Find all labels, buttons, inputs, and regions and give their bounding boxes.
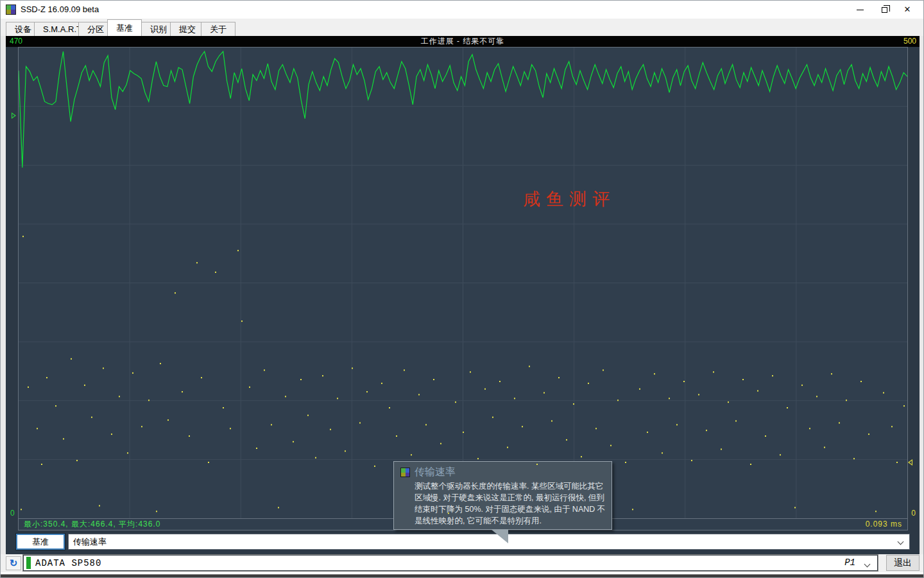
device-name: ADATA SP580 bbox=[35, 558, 101, 568]
benchmark-controls-row: 基准 传输速率 bbox=[6, 532, 920, 554]
tooltip-title: 传输速率 bbox=[415, 466, 456, 479]
chart-header: 470 工作进展 - 结果不可靠 500 bbox=[6, 36, 920, 47]
test-type-select[interactable]: 传输速率 bbox=[68, 534, 910, 550]
left-axis-zero-label: 0 bbox=[10, 509, 15, 518]
tab-benchmark[interactable]: 基准 bbox=[107, 19, 142, 36]
chevron-down-icon bbox=[898, 539, 904, 545]
tab-submit[interactable]: 提交 bbox=[170, 22, 205, 36]
restore-icon bbox=[882, 7, 887, 13]
left-axis-marker-icon bbox=[12, 112, 16, 119]
watermark-text: 咸鱼测评 bbox=[523, 188, 615, 211]
window-bottom-shadow bbox=[1, 575, 924, 578]
restore-button[interactable] bbox=[873, 1, 895, 19]
plot-grid-and-line bbox=[19, 48, 907, 518]
partition-value: P1 bbox=[844, 557, 855, 568]
app-logo-icon bbox=[400, 468, 410, 477]
refresh-devices-button[interactable]: ↻ bbox=[6, 556, 21, 570]
window-title: SSD-Z 16.09.09 beta bbox=[21, 4, 99, 14]
tab-strip: 设备 S.M.A.R.T. 分区 基准 识别 提交 关于 bbox=[1, 19, 923, 36]
tab-about[interactable]: 关于 bbox=[201, 22, 235, 36]
app-logo-icon bbox=[6, 4, 16, 15]
right-axis-max-label: 500 bbox=[903, 36, 916, 47]
minimize-button[interactable] bbox=[849, 1, 871, 19]
access-time-value: 0.093 ms bbox=[866, 519, 902, 530]
close-button[interactable]: ✕ bbox=[896, 1, 918, 19]
benchmark-plot: 咸鱼测评 传输速率 测试整个驱动器长度的传输速率. 某些区域可能比其它区域慢. … bbox=[18, 47, 908, 519]
benchmark-page: 470 工作进展 - 结果不可靠 500 咸鱼测评 传输速率 测试整个驱动器长度… bbox=[6, 36, 920, 554]
right-axis-marker-icon bbox=[908, 459, 912, 466]
right-axis-zero-label: 0 bbox=[911, 509, 916, 518]
tooltip-body: 测试整个驱动器长度的传输速率. 某些区域可能比其它区域慢. 对于硬盘来说这是正常… bbox=[415, 480, 607, 527]
run-benchmark-button[interactable]: 基准 bbox=[16, 534, 65, 550]
device-select[interactable]: ADATA SP580 P1 bbox=[23, 555, 878, 571]
device-status-bar-icon bbox=[26, 557, 31, 569]
footer-bar: ↻ ADATA SP580 P1 退出 bbox=[1, 554, 924, 572]
chart-title: 工作进展 - 结果不可靠 bbox=[6, 36, 920, 47]
min-max-avg-stats: 最小:350.4, 最大:466.4, 平均:436.0 bbox=[24, 519, 160, 530]
app-window: SSD-Z 16.09.09 beta ✕ 设备 S.M.A.R.T. 分区 基… bbox=[0, 0, 924, 578]
titlebar: SSD-Z 16.09.09 beta ✕ bbox=[1, 1, 923, 19]
benchmark-tooltip: 传输速率 测试整个驱动器长度的传输速率. 某些区域可能比其它区域慢. 对于硬盘来… bbox=[393, 461, 612, 530]
test-type-value: 传输速率 bbox=[73, 537, 107, 547]
exit-button[interactable]: 退出 bbox=[886, 555, 920, 571]
chevron-down-icon bbox=[864, 561, 871, 568]
minimize-icon bbox=[857, 10, 864, 10]
